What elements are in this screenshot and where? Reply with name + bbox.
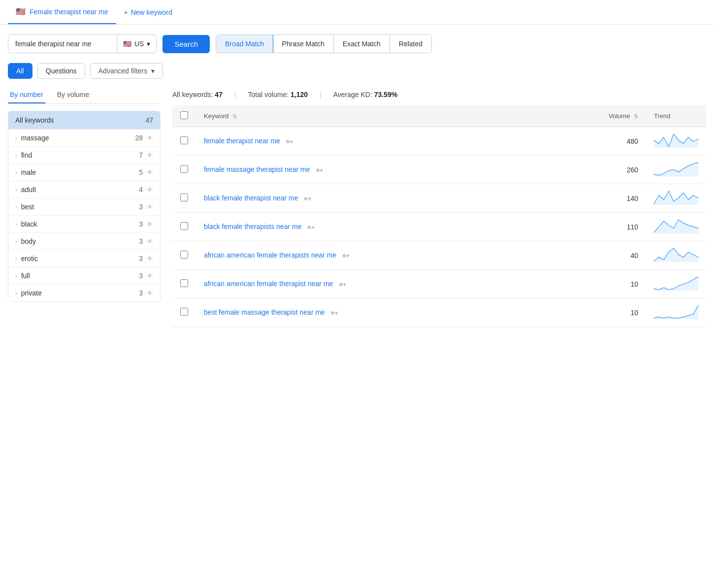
list-item[interactable]: › black 3 👁 — [8, 215, 160, 232]
right-content: All keywords: 47 | Total volume: 1,120 |… — [172, 87, 706, 327]
trend-cell — [646, 184, 706, 213]
keyword-cell[interactable]: african american female therapists near … — [196, 241, 548, 270]
keyword-row-left: › body — [15, 237, 36, 245]
filter-all[interactable]: All — [8, 63, 32, 79]
keyword-count: 3 — [139, 220, 143, 228]
eye-icon[interactable]: 👁 — [147, 238, 153, 245]
keyword-word: erotic — [21, 255, 38, 262]
keyword-count: 3 — [139, 289, 143, 297]
keyword-sort-icon[interactable]: ⇅ — [232, 113, 237, 120]
trend-cell — [646, 156, 706, 184]
col-volume: Volume ⇅ — [548, 105, 646, 127]
advanced-filters-label: Advanced filters — [98, 67, 148, 75]
list-item[interactable]: › massage 28 👁 — [8, 129, 160, 146]
keyword-count: 3 — [139, 203, 143, 211]
chevron-right-icon: › — [15, 152, 17, 158]
match-tabs: Broad Match Phrase Match Exact Match Rel… — [216, 34, 432, 53]
eye-icon[interactable]: 👁 — [147, 203, 153, 211]
list-item[interactable]: › find 7 👁 — [8, 146, 160, 163]
row-checkbox[interactable] — [180, 251, 188, 259]
keyword-row-right: 5 👁 — [139, 168, 153, 176]
row-checkbox[interactable] — [180, 194, 188, 201]
chevron-right-icon: › — [15, 238, 17, 244]
all-keywords-stat: All keywords: 47 — [172, 91, 223, 98]
list-item[interactable]: › adult 4 👁 — [8, 181, 160, 198]
match-tab-broad[interactable]: Broad Match — [216, 34, 273, 53]
sort-by-number[interactable]: By number — [8, 87, 45, 103]
match-tab-phrase[interactable]: Phrase Match — [273, 35, 333, 53]
list-item[interactable]: › best 3 👁 — [8, 198, 160, 215]
table-header-row: Keyword ⇅ Volume ⇅ Trend — [172, 105, 706, 127]
chevron-right-icon: › — [15, 273, 17, 279]
add-to-list-icon[interactable]: ≡+ — [286, 138, 293, 145]
list-item[interactable]: › erotic 3 👁 — [8, 250, 160, 267]
search-button[interactable]: Search — [162, 35, 210, 53]
tab-main-label: Female therapist near me — [30, 8, 108, 16]
add-to-list-icon[interactable]: ≡+ — [342, 252, 350, 260]
keyword-word: black — [21, 220, 37, 228]
sidebar-scroll[interactable]: › massage 28 👁 › find 7 👁 › male 5 — [8, 129, 160, 301]
keyword-word: find — [21, 151, 32, 159]
tab-main[interactable]: 🇺🇸 Female therapist near me — [8, 0, 116, 24]
list-item[interactable]: › full 3 👁 — [8, 267, 160, 284]
country-select[interactable]: 🇺🇸 US ▾ — [117, 35, 156, 53]
eye-icon[interactable]: 👁 — [147, 152, 153, 159]
eye-icon[interactable]: 👁 — [147, 134, 153, 142]
add-to-list-icon[interactable]: ≡+ — [316, 166, 323, 174]
row-checkbox[interactable] — [180, 222, 188, 230]
row-checkbox[interactable] — [180, 165, 188, 173]
match-tab-exact[interactable]: Exact Match — [334, 35, 390, 53]
volume-sort-icon[interactable]: ⇅ — [634, 113, 638, 120]
keyword-cell[interactable]: best female massage therapist near me ≡+ — [196, 298, 548, 327]
total-volume-stat: Total volume: 1,120 — [248, 91, 308, 98]
keyword-cell[interactable]: african american female therapist near m… — [196, 270, 548, 298]
chevron-right-icon: › — [15, 187, 17, 193]
advanced-filters-chevron: ▾ — [151, 67, 155, 75]
list-item[interactable]: › body 3 👁 — [8, 232, 160, 250]
keyword-cell[interactable]: female therapist near me ≡+ — [196, 127, 548, 156]
eye-icon[interactable]: 👁 — [147, 255, 153, 262]
eye-icon[interactable]: 👁 — [147, 221, 153, 228]
keyword-cell[interactable]: black female therapists near me ≡+ — [196, 213, 548, 241]
sort-by-volume[interactable]: By volume — [55, 87, 91, 103]
keyword-cell[interactable]: female massage therapist near me ≡+ — [196, 156, 548, 184]
advanced-filters[interactable]: Advanced filters ▾ — [90, 63, 163, 79]
keyword-row-right: 3 👁 — [139, 220, 153, 228]
add-to-list-icon[interactable]: ≡+ — [304, 195, 311, 202]
eye-icon[interactable]: 👁 — [147, 169, 153, 176]
table-wrap: Keyword ⇅ Volume ⇅ Trend — [172, 105, 706, 327]
eye-icon[interactable]: 👁 — [147, 186, 153, 194]
table-row: best female massage therapist near me ≡+… — [172, 298, 706, 327]
country-chevron: ▾ — [147, 40, 150, 48]
keyword-word: full — [21, 272, 30, 280]
row-checkbox[interactable] — [180, 136, 188, 144]
keyword-row-left: › adult — [15, 186, 36, 194]
tab-new-keyword[interactable]: + New keyword — [116, 1, 180, 23]
keyword-cell[interactable]: black female therapist near me ≡+ — [196, 184, 548, 213]
eye-icon[interactable]: 👁 — [147, 272, 153, 280]
keyword-row-left: › private — [15, 289, 42, 297]
keyword-word: body — [21, 237, 36, 245]
eye-icon[interactable]: 👁 — [147, 290, 153, 297]
list-item[interactable]: › private 3 👁 — [8, 284, 160, 301]
row-checkbox[interactable] — [180, 308, 188, 316]
country-flag: 🇺🇸 — [123, 40, 131, 48]
keyword-row-right: 3 👁 — [139, 289, 153, 297]
match-tab-related[interactable]: Related — [390, 35, 431, 53]
add-to-list-icon[interactable]: ≡+ — [339, 281, 346, 288]
search-input[interactable] — [8, 35, 117, 53]
sort-tabs: By number By volume — [8, 87, 161, 104]
volume-cell: 40 — [548, 241, 646, 270]
add-to-list-icon[interactable]: ≡+ — [331, 309, 338, 317]
keyword-row-right: 3 👁 — [139, 203, 153, 211]
select-all-checkbox[interactable] — [180, 111, 188, 119]
svg-marker-2 — [654, 191, 698, 205]
list-item[interactable]: › male 5 👁 — [8, 163, 160, 181]
filter-questions[interactable]: Questions — [37, 63, 85, 79]
main-content: By number By volume All keywords 47 › ma… — [0, 87, 714, 327]
add-to-list-icon[interactable]: ≡+ — [307, 224, 315, 231]
row-checkbox[interactable] — [180, 279, 188, 287]
table-row: female massage therapist near me ≡+ 260 — [172, 156, 706, 184]
trend-cell — [646, 270, 706, 298]
keyword-row-left: › male — [15, 168, 36, 176]
